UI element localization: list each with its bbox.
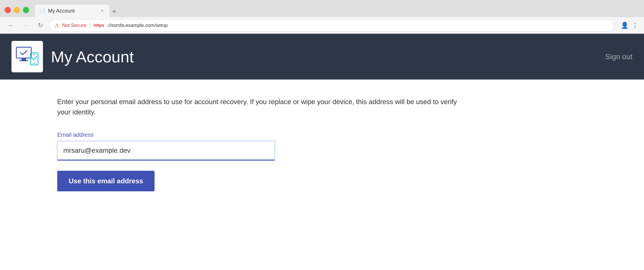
svg-rect-0 (16, 47, 31, 58)
page: My Account Sign out Enter your personal … (0, 34, 644, 270)
profile-button[interactable]: 👤 (621, 22, 629, 29)
tab-bar: 📄 My Account × + (35, 3, 639, 17)
sign-out-button[interactable]: Sign out (605, 52, 633, 61)
submit-button[interactable]: Use this email address (57, 171, 155, 191)
browser-actions: 👤 ⋮ (621, 22, 638, 29)
svg-rect-2 (19, 60, 28, 61)
new-tab-button[interactable]: + (112, 7, 116, 15)
not-secure-text: Not Secure (62, 23, 86, 28)
site-title: My Account (51, 47, 134, 66)
active-tab[interactable]: 📄 My Account × (35, 5, 109, 17)
traffic-light-red[interactable] (5, 7, 11, 13)
url-rest: ://ssmfa.example.com/setup (107, 23, 168, 28)
tab-title: My Account (48, 8, 97, 14)
url-https: https (94, 23, 104, 28)
browser-window: 📄 My Account × + ← → ↻ ⚠ Not Secure | ht… (0, 0, 644, 270)
header-left: My Account (11, 41, 134, 72)
main-content: Enter your personal email address to use… (0, 80, 644, 270)
address-divider: | (89, 22, 91, 29)
form-group: Email address (57, 132, 587, 160)
reload-button[interactable]: ↻ (35, 21, 45, 30)
tab-close-button[interactable]: × (100, 8, 105, 14)
traffic-light-green[interactable] (23, 7, 29, 13)
tab-page-icon: 📄 (39, 8, 45, 14)
forward-button[interactable]: → (21, 21, 31, 30)
description-text: Enter your personal email address to use… (57, 97, 458, 117)
site-header: My Account Sign out (0, 34, 644, 80)
traffic-lights (5, 7, 29, 13)
back-button[interactable]: ← (6, 21, 17, 30)
not-secure-icon: ⚠ (55, 22, 59, 29)
address-input-wrap[interactable]: ⚠ Not Secure | https ://ssmfa.example.co… (49, 19, 614, 31)
email-label: Email address (57, 132, 587, 138)
email-input[interactable] (57, 141, 275, 160)
svg-rect-1 (21, 58, 26, 60)
title-bar: 📄 My Account × + (0, 0, 644, 17)
menu-button[interactable]: ⋮ (632, 22, 638, 29)
svg-rect-4 (33, 54, 36, 55)
logo-box (11, 41, 43, 72)
svg-point-5 (34, 63, 35, 64)
logo-svg (16, 47, 39, 67)
address-bar-row: ← → ↻ ⚠ Not Secure | https ://ssmfa.exam… (0, 17, 644, 34)
traffic-light-yellow[interactable] (14, 7, 20, 13)
